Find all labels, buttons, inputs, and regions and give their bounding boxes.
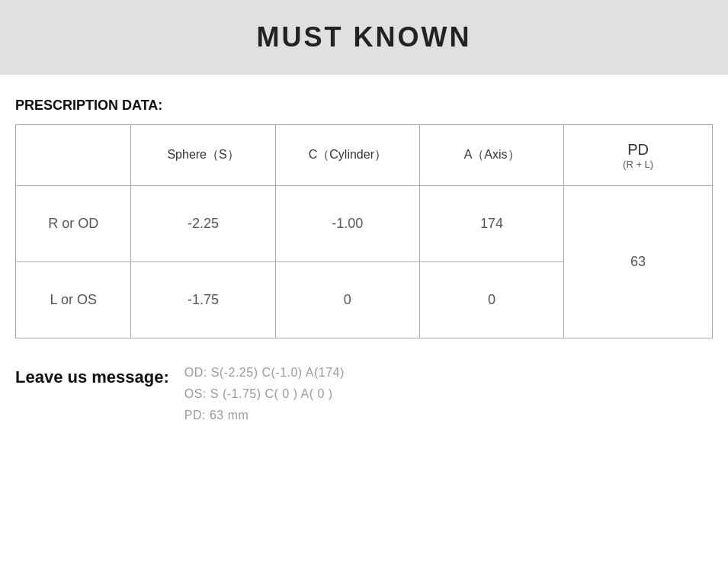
message-line-os: OS: S (-1.75) C( 0 ) A( 0 ) [184, 387, 345, 401]
message-line-pd: PD: 63 mm [184, 409, 345, 422]
col-axis-header: A（Axis） [419, 125, 563, 186]
table-row-od: R or OD -2.25 -1.00 174 63 [16, 186, 713, 262]
os-axis: 0 [419, 262, 563, 338]
pd-main-label: PD [572, 141, 704, 159]
main-content: PRESCRIPTION DATA: Sphere（S） C（Cylinder）… [0, 98, 728, 422]
os-label: L or OS [16, 262, 131, 338]
col-cylinder-header: C（Cylinder） [275, 125, 419, 186]
os-sphere: -1.75 [131, 262, 275, 338]
page-title: MUST KNOWN [257, 21, 472, 53]
col-sphere-header: Sphere（S） [131, 125, 275, 186]
message-lines: OD: S(-2.25) C(-1.0) A(174) OS: S (-1.75… [184, 366, 345, 422]
col-empty-header [16, 125, 131, 186]
od-sphere: -2.25 [131, 186, 275, 262]
header-banner: MUST KNOWN [0, 0, 728, 75]
od-cylinder: -1.00 [275, 186, 419, 262]
pd-value: 63 [564, 186, 713, 338]
leave-message-section: Leave us message: OD: S(-2.25) C(-1.0) A… [15, 366, 713, 422]
section-label: PRESCRIPTION DATA: [15, 98, 713, 114]
leave-message-label: Leave us message: [15, 366, 169, 387]
od-axis: 174 [419, 186, 563, 262]
prescription-table: Sphere（S） C（Cylinder） A（Axis） PD (R + L)… [15, 124, 713, 338]
pd-sub-label: (R + L) [572, 159, 704, 170]
message-line-od: OD: S(-2.25) C(-1.0) A(174) [184, 366, 345, 380]
col-pd-header: PD (R + L) [564, 125, 713, 186]
table-header-row: Sphere（S） C（Cylinder） A（Axis） PD (R + L) [16, 125, 713, 186]
od-label: R or OD [16, 186, 131, 262]
os-cylinder: 0 [275, 262, 419, 338]
